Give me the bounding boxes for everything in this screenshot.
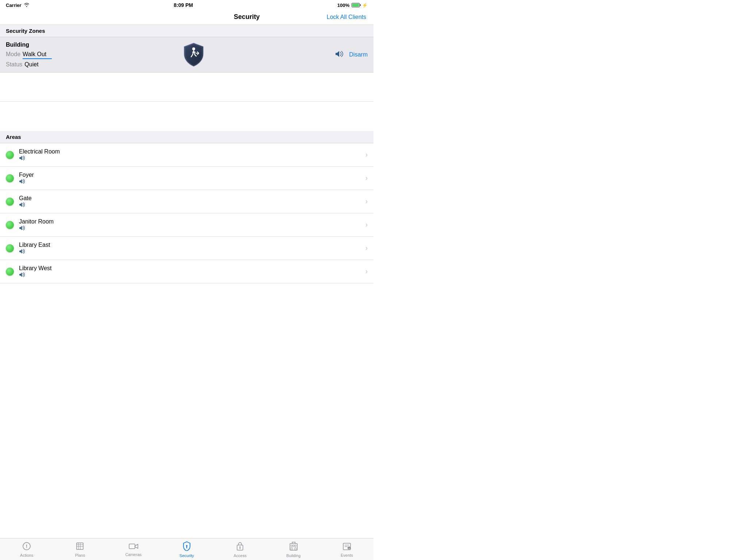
area-info-foyer: Foyer [19,172,365,185]
zone-sound-icon [335,51,343,59]
security-zones-header: Security Zones [0,25,374,37]
building-zone-row: Building Mode Walk Out Status Quiet [0,37,374,73]
area-info-library-west: Library West [19,265,365,278]
security-shield-icon [183,42,205,67]
status-right: 100% ⚡ [337,3,368,8]
chevron-foyer: › [365,174,368,182]
chevron-library-west: › [365,268,368,275]
empty-zone-2 [0,102,374,131]
chevron-gate: › [365,198,368,205]
area-row-gate[interactable]: Gate › [0,190,374,213]
status-bar: Carrier 8:09 PM 100% ⚡ [0,0,374,10]
status-dot-library-west [6,268,14,276]
chevron-library-east: › [365,244,368,252]
status-value: Quiet [24,61,38,68]
zone-name: Building [6,42,52,48]
area-sound-janitor [19,226,365,232]
battery-icon [352,3,360,7]
area-row-library-west[interactable]: Library West › [0,260,374,283]
area-info-library-east: Library East [19,242,365,255]
area-name-electrical: Electrical Room [19,148,365,155]
chevron-electrical: › [365,151,368,159]
area-sound-foyer [19,179,365,185]
area-info-gate: Gate [19,195,365,208]
status-dot-foyer [6,174,14,182]
empty-zone-1 [0,73,374,102]
area-info-janitor: Janitor Room [19,218,365,232]
battery-percent: 100% [337,3,349,8]
area-name-gate: Gate [19,195,365,202]
zone-controls: Disarm [335,51,368,59]
area-row-electrical-room[interactable]: Electrical Room › [0,143,374,167]
areas-header: Areas [0,131,374,143]
main-content: Security Zones Building Mode Walk Out St… [0,25,374,305]
area-info-electrical: Electrical Room [19,148,365,162]
chevron-janitor: › [365,221,368,229]
area-sound-library-east [19,249,365,255]
status-dot-electrical [6,151,14,159]
status-dot-gate [6,198,14,206]
status-time: 8:09 PM [174,2,193,8]
charging-icon: ⚡ [362,3,368,8]
area-name-library-west: Library West [19,265,365,272]
lock-all-clients-button[interactable]: Lock All Clients [327,14,367,20]
svg-point-0 [192,47,195,50]
status-left: Carrier [6,3,30,8]
area-name-foyer: Foyer [19,172,365,178]
area-sound-library-west [19,272,365,278]
status-label: Status [6,61,22,68]
wifi-icon [24,3,30,8]
area-row-foyer[interactable]: Foyer › [0,167,374,190]
area-name-janitor: Janitor Room [19,218,365,225]
zone-icon-area [183,42,205,67]
area-row-library-east[interactable]: Library East › [0,237,374,260]
carrier-label: Carrier [6,3,22,8]
mode-label: Mode [6,51,20,58]
area-sound-electrical [19,156,365,162]
status-dot-janitor [6,221,14,229]
zone-info: Building Mode Walk Out Status Quiet [6,42,52,68]
page-title: Security [167,13,327,21]
nav-header: Security Lock All Clients [0,10,374,25]
status-dot-library-east [6,244,14,252]
mode-underline [23,58,52,59]
area-sound-gate [19,202,365,208]
disarm-button[interactable]: Disarm [349,51,368,58]
areas-list: Electrical Room › Foyer [0,143,374,283]
mode-value: Walk Out [23,51,52,58]
area-name-library-east: Library East [19,242,365,248]
area-row-janitor-room[interactable]: Janitor Room › [0,213,374,237]
